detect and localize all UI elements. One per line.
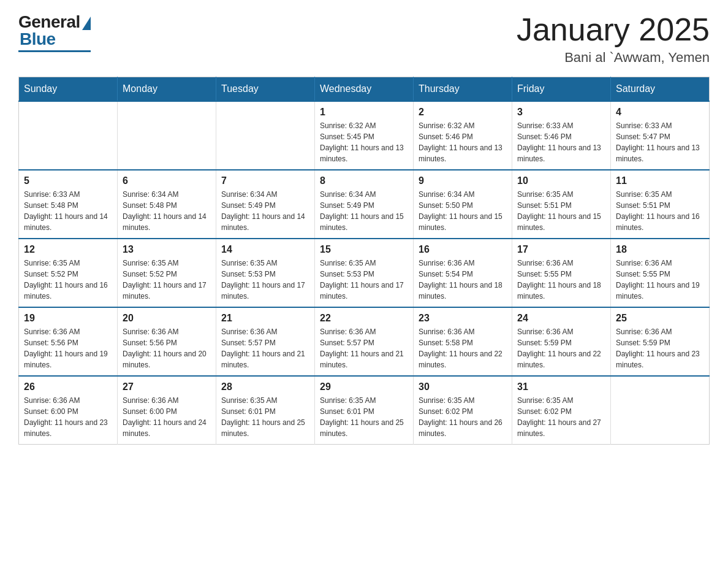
calendar-day-cell: 27Sunrise: 6:36 AMSunset: 6:00 PMDayligh… (118, 376, 216, 445)
day-number: 26 (24, 381, 112, 393)
day-info: Sunrise: 6:36 AMSunset: 5:55 PMDaylight:… (517, 258, 605, 302)
day-number: 21 (221, 313, 309, 324)
day-number: 2 (419, 107, 507, 118)
calendar-header-cell: Saturday (611, 77, 710, 102)
calendar-day-cell: 9Sunrise: 6:34 AMSunset: 5:50 PMDaylight… (414, 170, 512, 239)
day-number: 24 (517, 313, 605, 324)
calendar-day-cell: 10Sunrise: 6:35 AMSunset: 5:51 PMDayligh… (512, 170, 611, 239)
calendar-day-cell: 12Sunrise: 6:35 AMSunset: 5:52 PMDayligh… (19, 239, 118, 307)
day-number: 14 (221, 244, 309, 255)
calendar-week-row: 19Sunrise: 6:36 AMSunset: 5:56 PMDayligh… (19, 307, 710, 376)
calendar-day-cell: 15Sunrise: 6:35 AMSunset: 5:53 PMDayligh… (315, 239, 414, 307)
day-info: Sunrise: 6:33 AMSunset: 5:47 PMDaylight:… (616, 120, 704, 164)
day-info: Sunrise: 6:35 AMSunset: 5:53 PMDaylight:… (320, 258, 408, 302)
calendar-day-cell: 25Sunrise: 6:36 AMSunset: 5:59 PMDayligh… (611, 307, 710, 376)
day-number: 22 (320, 313, 408, 324)
day-number: 16 (419, 244, 507, 255)
day-number: 13 (123, 244, 211, 255)
calendar-week-row: 12Sunrise: 6:35 AMSunset: 5:52 PMDayligh… (19, 239, 710, 307)
calendar-day-cell (216, 101, 315, 170)
calendar-header-cell: Thursday (414, 77, 512, 102)
day-info: Sunrise: 6:36 AMSunset: 5:59 PMDaylight:… (517, 326, 605, 370)
calendar-day-cell: 23Sunrise: 6:36 AMSunset: 5:58 PMDayligh… (414, 307, 512, 376)
calendar-day-cell: 20Sunrise: 6:36 AMSunset: 5:56 PMDayligh… (118, 307, 216, 376)
calendar-day-cell: 13Sunrise: 6:35 AMSunset: 5:52 PMDayligh… (118, 239, 216, 307)
day-number: 29 (320, 381, 408, 393)
calendar-week-row: 1Sunrise: 6:32 AMSunset: 5:45 PMDaylight… (19, 101, 710, 170)
calendar-day-cell: 4Sunrise: 6:33 AMSunset: 5:47 PMDaylight… (611, 101, 710, 170)
day-number: 4 (616, 107, 704, 118)
day-info: Sunrise: 6:32 AMSunset: 5:46 PMDaylight:… (419, 120, 507, 164)
day-info: Sunrise: 6:36 AMSunset: 6:00 PMDaylight:… (24, 395, 112, 439)
calendar-header-row: SundayMondayTuesdayWednesdayThursdayFrid… (19, 77, 710, 102)
calendar-day-cell: 11Sunrise: 6:35 AMSunset: 5:51 PMDayligh… (611, 170, 710, 239)
calendar-day-cell: 17Sunrise: 6:36 AMSunset: 5:55 PMDayligh… (512, 239, 611, 307)
day-number: 28 (221, 381, 309, 393)
day-info: Sunrise: 6:36 AMSunset: 5:55 PMDaylight:… (616, 258, 704, 302)
day-info: Sunrise: 6:35 AMSunset: 6:02 PMDaylight:… (517, 395, 605, 439)
day-info: Sunrise: 6:33 AMSunset: 5:46 PMDaylight:… (517, 120, 605, 164)
calendar-header: SundayMondayTuesdayWednesdayThursdayFrid… (19, 77, 710, 102)
calendar-week-row: 26Sunrise: 6:36 AMSunset: 6:00 PMDayligh… (19, 376, 710, 445)
day-number: 5 (24, 175, 112, 186)
calendar-day-cell: 5Sunrise: 6:33 AMSunset: 5:48 PMDaylight… (19, 170, 118, 239)
calendar-body: 1Sunrise: 6:32 AMSunset: 5:45 PMDaylight… (19, 101, 710, 445)
calendar-day-cell: 22Sunrise: 6:36 AMSunset: 5:57 PMDayligh… (315, 307, 414, 376)
calendar-header-cell: Sunday (19, 77, 118, 102)
day-info: Sunrise: 6:35 AMSunset: 6:01 PMDaylight:… (320, 395, 408, 439)
day-number: 18 (616, 244, 704, 255)
location-title: Bani al `Awwam, Yemen (517, 50, 710, 66)
logo-blue-text: Blue (20, 29, 56, 49)
day-number: 7 (221, 175, 309, 186)
day-number: 25 (616, 313, 704, 324)
calendar-day-cell: 8Sunrise: 6:34 AMSunset: 5:49 PMDaylight… (315, 170, 414, 239)
day-info: Sunrise: 6:35 AMSunset: 5:52 PMDaylight:… (123, 258, 211, 302)
calendar-day-cell: 6Sunrise: 6:34 AMSunset: 5:48 PMDaylight… (118, 170, 216, 239)
day-info: Sunrise: 6:32 AMSunset: 5:45 PMDaylight:… (320, 120, 408, 164)
calendar-day-cell: 16Sunrise: 6:36 AMSunset: 5:54 PMDayligh… (414, 239, 512, 307)
month-title: January 2025 (517, 12, 710, 47)
calendar-day-cell: 31Sunrise: 6:35 AMSunset: 6:02 PMDayligh… (512, 376, 611, 445)
day-info: Sunrise: 6:35 AMSunset: 6:01 PMDaylight:… (221, 395, 309, 439)
day-number: 11 (616, 175, 704, 186)
day-info: Sunrise: 6:34 AMSunset: 5:49 PMDaylight:… (320, 189, 408, 233)
day-info: Sunrise: 6:36 AMSunset: 5:59 PMDaylight:… (616, 326, 704, 370)
calendar-day-cell: 21Sunrise: 6:36 AMSunset: 5:57 PMDayligh… (216, 307, 315, 376)
logo-triangle-icon (82, 17, 91, 30)
day-info: Sunrise: 6:35 AMSunset: 5:51 PMDaylight:… (517, 189, 605, 233)
day-info: Sunrise: 6:36 AMSunset: 5:54 PMDaylight:… (419, 258, 507, 302)
day-info: Sunrise: 6:34 AMSunset: 5:50 PMDaylight:… (419, 189, 507, 233)
day-info: Sunrise: 6:36 AMSunset: 5:56 PMDaylight:… (123, 326, 211, 370)
title-area: January 2025 Bani al `Awwam, Yemen (517, 12, 710, 66)
logo: General Blue (18, 12, 91, 52)
day-number: 1 (320, 107, 408, 118)
calendar-header-cell: Friday (512, 77, 611, 102)
calendar-day-cell: 28Sunrise: 6:35 AMSunset: 6:01 PMDayligh… (216, 376, 315, 445)
day-number: 15 (320, 244, 408, 255)
calendar-table: SundayMondayTuesdayWednesdayThursdayFrid… (18, 77, 710, 445)
day-number: 12 (24, 244, 112, 255)
day-number: 19 (24, 313, 112, 324)
day-info: Sunrise: 6:36 AMSunset: 5:57 PMDaylight:… (221, 326, 309, 370)
calendar-header-cell: Wednesday (315, 77, 414, 102)
day-number: 9 (419, 175, 507, 186)
day-number: 23 (419, 313, 507, 324)
day-info: Sunrise: 6:35 AMSunset: 5:53 PMDaylight:… (221, 258, 309, 302)
logo-underline (18, 50, 91, 52)
calendar-day-cell: 19Sunrise: 6:36 AMSunset: 5:56 PMDayligh… (19, 307, 118, 376)
day-info: Sunrise: 6:35 AMSunset: 6:02 PMDaylight:… (419, 395, 507, 439)
calendar-day-cell (118, 101, 216, 170)
calendar-header-cell: Tuesday (216, 77, 315, 102)
day-number: 6 (123, 175, 211, 186)
calendar-header-cell: Monday (118, 77, 216, 102)
calendar-day-cell: 24Sunrise: 6:36 AMSunset: 5:59 PMDayligh… (512, 307, 611, 376)
day-number: 20 (123, 313, 211, 324)
day-info: Sunrise: 6:34 AMSunset: 5:48 PMDaylight:… (123, 189, 211, 233)
day-info: Sunrise: 6:36 AMSunset: 5:57 PMDaylight:… (320, 326, 408, 370)
day-number: 27 (123, 381, 211, 393)
day-number: 3 (517, 107, 605, 118)
calendar-week-row: 5Sunrise: 6:33 AMSunset: 5:48 PMDaylight… (19, 170, 710, 239)
day-info: Sunrise: 6:36 AMSunset: 5:58 PMDaylight:… (419, 326, 507, 370)
calendar-day-cell: 14Sunrise: 6:35 AMSunset: 5:53 PMDayligh… (216, 239, 315, 307)
day-number: 17 (517, 244, 605, 255)
